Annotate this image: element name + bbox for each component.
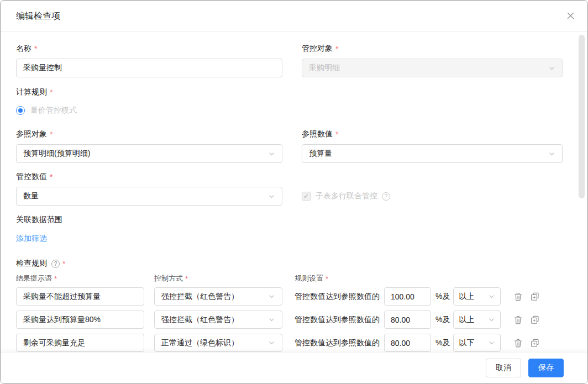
- rule-mode-value: 正常通过（绿色标识）: [161, 338, 239, 348]
- radio-checked-icon: [16, 106, 25, 115]
- copy-plus-icon: [531, 292, 539, 301]
- rule-bound-value: 以上: [459, 292, 474, 302]
- copy-add-rule-button[interactable]: [531, 339, 539, 348]
- chevron-down-icon: [268, 150, 275, 157]
- required-asterisk: *: [49, 130, 53, 139]
- rule-prompt-input[interactable]: [16, 287, 144, 306]
- rule-bound-value: 以下: [459, 338, 474, 348]
- required-asterisk: *: [61, 259, 65, 268]
- help-icon: ?: [382, 192, 390, 201]
- delete-rule-button[interactable]: [514, 315, 522, 324]
- chevron-down-icon: [488, 339, 495, 346]
- save-button[interactable]: 保存: [528, 359, 564, 377]
- required-asterisk: *: [49, 88, 53, 97]
- rule-mode-value: 强控拦截（红色警告）: [161, 292, 239, 302]
- rule-prompt-input[interactable]: [16, 334, 144, 352]
- rules-table-header: 结果提示语* 控制方式* 规则设置*: [16, 273, 572, 283]
- ref-object-label-text: 参照对象: [16, 129, 47, 139]
- chevron-down-icon: [548, 150, 555, 157]
- data-range-label-text: 关联数据范围: [16, 215, 62, 225]
- calc-rule-radio-label: 量价管控模式: [30, 106, 77, 115]
- joint-control-checkbox-row: ✓ 子表多行联合管控 ?: [302, 191, 563, 201]
- rule-row: 强控拦截（红色警告） 管控数值达到参照数值的 %及 以上: [16, 311, 572, 329]
- help-icon: ?: [51, 260, 60, 268]
- name-input[interactable]: [16, 59, 282, 77]
- name-label: 名称*: [16, 43, 282, 54]
- required-asterisk: *: [324, 275, 328, 283]
- copy-plus-icon: [531, 315, 539, 324]
- rule-mode-select[interactable]: 强控拦截（红色警告）: [154, 311, 282, 329]
- chevron-down-icon: [268, 293, 275, 300]
- add-filter-link[interactable]: 添加筛选: [16, 234, 47, 244]
- rule-percent-input[interactable]: [384, 311, 431, 329]
- rule-row: 强控拦截（红色警告） 管控数值达到参照数值的 %及 以上: [16, 287, 572, 306]
- check-rules-label: 检查规则 ? *: [16, 258, 572, 269]
- rules-header-prompt: 结果提示语*: [16, 273, 154, 283]
- trash-icon: [514, 339, 522, 348]
- chevron-down-icon: [548, 65, 555, 72]
- edit-check-item-dialog: 编辑检查项 名称* 管控对象* 采购明细: [0, 0, 588, 384]
- required-asterisk: *: [49, 172, 53, 181]
- required-asterisk: *: [334, 130, 338, 139]
- joint-control-label: 子表多行联合管控: [316, 191, 377, 201]
- name-label-text: 名称: [16, 44, 32, 54]
- rule-setting-prefix: 管控数值达到参照数值的: [295, 315, 380, 325]
- ref-value-value: 预算量: [309, 149, 332, 159]
- data-range-label: 关联数据范围: [16, 214, 572, 225]
- control-object-label-text: 管控对象: [302, 44, 333, 54]
- ref-value-select[interactable]: 预算量: [302, 144, 563, 163]
- control-value-select[interactable]: 数量: [16, 187, 282, 206]
- rule-setting-prefix: 管控数值达到参照数值的: [295, 292, 380, 302]
- required-asterisk: *: [334, 44, 338, 53]
- checkbox-checked-icon: ✓: [302, 192, 311, 201]
- rule-bound-select[interactable]: 以上: [453, 311, 501, 329]
- control-object-select: 采购明细: [302, 59, 563, 77]
- dialog-body: 名称* 管控对象* 采购明细 计算规则* 量价管控模式: [1, 43, 587, 352]
- chevron-down-icon: [488, 316, 495, 323]
- vertical-scrollbar-thumb[interactable]: [579, 35, 585, 198]
- control-value-value: 数量: [23, 191, 39, 201]
- rules-header-mode: 控制方式*: [154, 273, 295, 283]
- cancel-button[interactable]: 取消: [486, 359, 521, 377]
- rule-bound-select[interactable]: 以下: [453, 334, 501, 352]
- copy-add-rule-button[interactable]: [531, 315, 539, 324]
- control-value-label: 管控数值*: [16, 171, 572, 182]
- control-object-label: 管控对象*: [302, 43, 563, 54]
- rule-mode-select[interactable]: 正常通过（绿色标识）: [154, 334, 282, 352]
- chevron-down-icon: [268, 316, 275, 323]
- trash-icon: [514, 292, 522, 301]
- calc-rule-radio-row: 量价管控模式: [16, 104, 572, 117]
- delete-rule-button[interactable]: [514, 339, 522, 348]
- copy-add-rule-button[interactable]: [531, 292, 539, 301]
- rule-setting-suffix: %及: [435, 338, 450, 348]
- rule-percent-input[interactable]: [384, 287, 431, 306]
- rule-setting-prefix: 管控数值达到参照数值的: [295, 338, 380, 348]
- rule-mode-value: 强控拦截（红色警告）: [161, 315, 239, 325]
- chevron-down-icon: [268, 193, 275, 200]
- control-object-value: 采购明细: [309, 63, 340, 73]
- required-asterisk: *: [53, 275, 57, 283]
- rule-mode-select[interactable]: 强控拦截（红色警告）: [154, 287, 282, 306]
- copy-plus-icon: [531, 339, 539, 348]
- required-asterisk: *: [184, 275, 188, 283]
- rule-bound-value: 以上: [459, 315, 474, 325]
- rule-percent-input[interactable]: [384, 334, 431, 352]
- delete-rule-button[interactable]: [514, 292, 522, 301]
- rule-bound-select[interactable]: 以上: [453, 287, 501, 306]
- required-asterisk: *: [33, 44, 37, 53]
- chevron-down-icon: [488, 293, 495, 300]
- rule-setting-suffix: %及: [435, 292, 450, 302]
- ref-object-select[interactable]: 预算明细(预算明细): [16, 144, 282, 163]
- calc-rule-label-text: 计算规则: [16, 87, 47, 97]
- check-rules-label-text: 检查规则: [16, 259, 47, 269]
- rules-header-setting: 规则设置*: [295, 273, 328, 283]
- control-value-label-text: 管控数值: [16, 172, 47, 182]
- rule-row: 正常通过（绿色标识） 管控数值达到参照数值的 %及 以下: [16, 334, 572, 352]
- close-button[interactable]: [564, 9, 576, 22]
- dialog-title: 编辑检查项: [16, 10, 572, 22]
- rule-prompt-input[interactable]: [16, 311, 144, 329]
- dialog-footer: 取消 保存: [1, 352, 587, 383]
- calc-rule-label: 计算规则*: [16, 87, 572, 98]
- chevron-down-icon: [268, 339, 275, 346]
- rule-setting-suffix: %及: [435, 315, 450, 325]
